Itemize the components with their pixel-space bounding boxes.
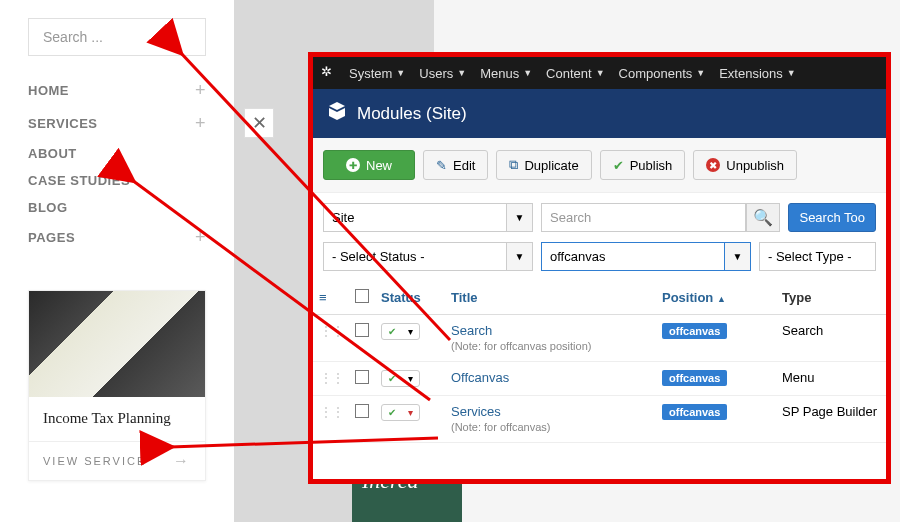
filters-row: Site ▼ Search 🔍 Search Too bbox=[313, 193, 886, 242]
sort-asc-icon: ▲ bbox=[717, 294, 726, 304]
plus-icon: + bbox=[195, 227, 206, 248]
nav-label: PAGES bbox=[28, 230, 75, 245]
drag-handle-icon[interactable]: ⋮⋮ bbox=[319, 404, 343, 420]
chevron-down-icon[interactable]: ▼ bbox=[507, 242, 533, 271]
module-type: Search bbox=[776, 315, 886, 362]
new-button[interactable]: ✚New bbox=[323, 150, 415, 180]
card-cta-label: VIEW SERVICE bbox=[43, 455, 146, 467]
sort-handle-col[interactable]: ≡ bbox=[313, 281, 349, 315]
select-all-checkbox[interactable] bbox=[349, 281, 375, 315]
menu-content[interactable]: Content▼ bbox=[546, 66, 604, 81]
search-input[interactable]: Search ... bbox=[28, 18, 206, 56]
plus-icon: + bbox=[195, 113, 206, 134]
scope-select[interactable]: Site bbox=[323, 203, 507, 232]
col-title[interactable]: Title bbox=[445, 281, 656, 315]
table-row: ⋮⋮ ✔▾ Services(Note: for offcanvas) offc… bbox=[313, 396, 886, 443]
position-badge: offcanvas bbox=[662, 323, 727, 339]
row-checkbox[interactable] bbox=[355, 323, 369, 337]
plus-icon: + bbox=[195, 80, 206, 101]
x-circle-icon: ✖ bbox=[706, 158, 720, 172]
nav-label: CASE STUDIES bbox=[28, 173, 130, 188]
close-offcanvas-button[interactable]: ✕ bbox=[244, 108, 274, 138]
module-type: SP Page Builder bbox=[776, 396, 886, 443]
plus-circle-icon: ✚ bbox=[346, 158, 360, 172]
nav-item-services[interactable]: SERVICES+ bbox=[28, 107, 206, 140]
menu-users[interactable]: Users▼ bbox=[419, 66, 466, 81]
module-type: Menu bbox=[776, 362, 886, 396]
caret-down-icon: ▾ bbox=[402, 371, 419, 386]
admin-header: Modules (Site) bbox=[313, 89, 886, 138]
caret-down-icon: ▼ bbox=[523, 68, 532, 78]
col-type[interactable]: Type bbox=[776, 281, 886, 315]
chevron-down-icon[interactable]: ▼ bbox=[725, 242, 751, 271]
type-select[interactable]: - Select Type - bbox=[759, 242, 876, 271]
module-title-link[interactable]: Services bbox=[451, 404, 501, 419]
duplicate-button[interactable]: ⧉Duplicate bbox=[496, 150, 591, 180]
row-checkbox[interactable] bbox=[355, 404, 369, 418]
caret-down-icon: ▼ bbox=[396, 68, 405, 78]
view-service-button[interactable]: VIEW SERVICE → bbox=[29, 441, 205, 480]
row-checkbox[interactable] bbox=[355, 370, 369, 384]
table-row: ⋮⋮ ✔▾ Offcanvas offcanvas Menu bbox=[313, 362, 886, 396]
nav-label: BLOG bbox=[28, 200, 68, 215]
menu-components[interactable]: Components▼ bbox=[619, 66, 706, 81]
position-badge: offcanvas bbox=[662, 370, 727, 386]
filters-row-2: - Select Status - ▼ offcanvas ▼ - Select… bbox=[313, 242, 886, 281]
card-image bbox=[29, 291, 205, 397]
nav-item-pages[interactable]: PAGES+ bbox=[28, 221, 206, 254]
status-toggle[interactable]: ✔▾ bbox=[381, 370, 420, 387]
caret-down-icon: ▼ bbox=[596, 68, 605, 78]
drag-handle-icon[interactable]: ⋮⋮ bbox=[319, 370, 343, 386]
caret-down-icon: ▾ bbox=[402, 405, 419, 420]
status-toggle[interactable]: ✔▾ bbox=[381, 323, 420, 340]
arrow-right-icon: → bbox=[173, 452, 191, 470]
menu-extensions[interactable]: Extensions▼ bbox=[719, 66, 796, 81]
search-button[interactable]: 🔍 bbox=[746, 203, 780, 232]
admin-title: Modules (Site) bbox=[357, 104, 467, 124]
modules-table: ≡ Status Title Position ▲ Type ⋮⋮ ✔▾ Sea… bbox=[313, 281, 886, 443]
module-title-link[interactable]: Search bbox=[451, 323, 492, 338]
admin-panel: ✲ System▼ Users▼ Menus▼ Content▼ Compone… bbox=[308, 52, 891, 484]
publish-button[interactable]: ✔Publish bbox=[600, 150, 686, 180]
check-icon: ✔ bbox=[382, 371, 402, 386]
search-tools-button[interactable]: Search Too bbox=[788, 203, 876, 232]
unpublish-button[interactable]: ✖Unpublish bbox=[693, 150, 797, 180]
nav-label: SERVICES bbox=[28, 116, 98, 131]
menu-menus[interactable]: Menus▼ bbox=[480, 66, 532, 81]
check-icon: ✔ bbox=[382, 324, 402, 339]
drag-handle-icon[interactable]: ⋮⋮ bbox=[319, 323, 343, 339]
caret-down-icon: ▼ bbox=[457, 68, 466, 78]
offcanvas-sidebar: Search ... HOME+ SERVICES+ ABOUT CASE ST… bbox=[0, 0, 234, 522]
nav-item-blog[interactable]: BLOG bbox=[28, 194, 206, 221]
service-card: Income Tax Planning VIEW SERVICE → bbox=[28, 290, 206, 481]
chevron-down-icon[interactable]: ▼ bbox=[507, 203, 533, 232]
nav-item-case-studies[interactable]: CASE STUDIES bbox=[28, 167, 206, 194]
nav-list: HOME+ SERVICES+ ABOUT CASE STUDIES BLOG … bbox=[28, 74, 206, 254]
search-icon: 🔍 bbox=[753, 208, 773, 227]
admin-topbar: ✲ System▼ Users▼ Menus▼ Content▼ Compone… bbox=[313, 57, 886, 89]
nav-item-home[interactable]: HOME+ bbox=[28, 74, 206, 107]
position-select[interactable]: offcanvas bbox=[541, 242, 725, 271]
nav-label: HOME bbox=[28, 83, 69, 98]
joomla-icon: ✲ bbox=[321, 64, 339, 82]
menu-system[interactable]: System▼ bbox=[349, 66, 405, 81]
col-position[interactable]: Position ▲ bbox=[656, 281, 776, 315]
copy-icon: ⧉ bbox=[509, 157, 518, 173]
toolbar: ✚New ✎Edit ⧉Duplicate ✔Publish ✖Unpublis… bbox=[313, 138, 886, 193]
table-row: ⋮⋮ ✔▾ Search(Note: for offcanvas positio… bbox=[313, 315, 886, 362]
col-status[interactable]: Status bbox=[375, 281, 445, 315]
card-title: Income Tax Planning bbox=[29, 397, 205, 441]
edit-button[interactable]: ✎Edit bbox=[423, 150, 488, 180]
caret-down-icon: ▼ bbox=[787, 68, 796, 78]
status-select[interactable]: - Select Status - bbox=[323, 242, 507, 271]
check-icon: ✔ bbox=[613, 158, 624, 173]
position-badge: offcanvas bbox=[662, 404, 727, 420]
module-search-input[interactable]: Search bbox=[541, 203, 746, 232]
modules-icon bbox=[327, 101, 347, 126]
caret-down-icon: ▾ bbox=[402, 324, 419, 339]
status-toggle[interactable]: ✔▾ bbox=[381, 404, 420, 421]
module-note: (Note: for offcanvas position) bbox=[451, 340, 591, 352]
nav-item-about[interactable]: ABOUT bbox=[28, 140, 206, 167]
module-title-link[interactable]: Offcanvas bbox=[451, 370, 509, 385]
check-icon: ✔ bbox=[382, 405, 402, 420]
